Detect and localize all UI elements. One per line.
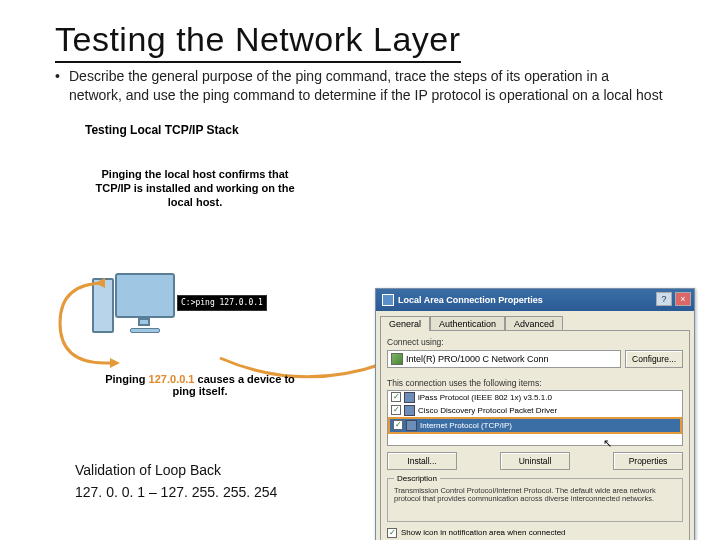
items-listbox[interactable]: ✓ iPass Protocol (IEEE 802 1x) v3.5.1.0 … <box>387 390 683 446</box>
protocol-icon <box>404 405 415 416</box>
tab-general[interactable]: General <box>380 316 430 331</box>
protocol-icon <box>404 392 415 403</box>
protocol-icon <box>406 420 417 431</box>
properties-button[interactable]: Properties <box>613 452 683 470</box>
slide: Testing the Network Layer Describe the g… <box>0 0 720 463</box>
option-row: ✓ Show icon in notification area when co… <box>387 528 683 538</box>
description-groupbox: Description Transmission Control Protoco… <box>387 478 683 522</box>
svg-marker-1 <box>95 278 105 288</box>
footer-text: Validation of Loop Back 127. 0. 0. 1 – 1… <box>75 462 277 500</box>
item-label: iPass Protocol (IEEE 802 1x) v3.5.1.0 <box>418 393 552 402</box>
adapter-row: Intel(R) PRO/1000 C Network Conn Configu… <box>387 350 683 368</box>
tab-panel: Connect using: Intel(R) PRO/1000 C Netwo… <box>380 330 690 540</box>
checkbox-icon[interactable]: ✓ <box>391 392 401 402</box>
footer-line1: Validation of Loop Back <box>75 462 277 478</box>
description-1: Pinging the local host confirms that TCP… <box>85 167 305 210</box>
description-text: Transmission Control Protocol/Internet P… <box>394 487 676 504</box>
install-button[interactable]: Install... <box>387 452 457 470</box>
connection-icon <box>382 294 394 306</box>
content-area: Testing Local TCP/IP Stack Pinging the l… <box>55 123 665 463</box>
svg-marker-0 <box>110 358 120 368</box>
description-label: Description <box>394 474 440 483</box>
dialog-titlebar: Local Area Connection Properties <box>376 289 694 311</box>
configure-button[interactable]: Configure... <box>625 350 683 368</box>
adapter-name: Intel(R) PRO/1000 C Network Conn <box>406 354 549 364</box>
options-group: ✓ Show icon in notification area when co… <box>387 528 683 540</box>
checkbox-icon[interactable]: ✓ <box>387 528 397 538</box>
desc2-ip: 127.0.0.1 <box>149 373 195 385</box>
dialog-title-text: Local Area Connection Properties <box>398 295 543 305</box>
option-label: Show icon in notification area when conn… <box>401 528 566 537</box>
adapter-icon <box>391 353 403 365</box>
properties-dialog: Local Area Connection Properties ? × Gen… <box>375 288 695 540</box>
checkbox-icon[interactable]: ✓ <box>391 405 401 415</box>
checkbox-icon[interactable]: ✓ <box>393 420 403 430</box>
tab-strip: General Authentication Advanced <box>376 311 694 330</box>
button-row: Install... Uninstall Properties <box>387 452 683 470</box>
adapter-field: Intel(R) PRO/1000 C Network Conn <box>387 350 621 368</box>
list-item-selected[interactable]: ✓ Internet Protocol (TCP/IP) <box>388 417 682 434</box>
footer-line2: 127. 0. 0. 1 – 127. 255. 255. 254 <box>75 484 277 500</box>
bullet-text: Describe the general purpose of the ping… <box>55 67 665 105</box>
list-item[interactable]: ✓ iPass Protocol (IEEE 802 1x) v3.5.1.0 <box>388 391 682 404</box>
close-button[interactable]: × <box>675 292 691 306</box>
left-column: Testing Local TCP/IP Stack Pinging the l… <box>85 123 305 210</box>
connect-using-label: Connect using: <box>387 337 683 347</box>
slide-title: Testing the Network Layer <box>55 20 461 63</box>
tab-authentication[interactable]: Authentication <box>430 316 505 331</box>
section-subtitle: Testing Local TCP/IP Stack <box>85 123 305 137</box>
uninstall-button[interactable]: Uninstall <box>500 452 570 470</box>
tab-advanced[interactable]: Advanced <box>505 316 563 331</box>
help-button[interactable]: ? <box>656 292 672 306</box>
desc2-pre: Pinging <box>105 373 148 385</box>
description-2: Pinging 127.0.0.1 causes a device to pin… <box>95 373 305 397</box>
list-item[interactable]: ✓ Cisco Discovery Protocol Packet Driver <box>388 404 682 417</box>
items-label: This connection uses the following items… <box>387 378 683 388</box>
mouse-cursor-icon: ↖ <box>603 437 612 450</box>
item-label: Internet Protocol (TCP/IP) <box>420 421 512 430</box>
item-label: Cisco Discovery Protocol Packet Driver <box>418 406 557 415</box>
loopback-arrow-icon <box>55 268 235 368</box>
